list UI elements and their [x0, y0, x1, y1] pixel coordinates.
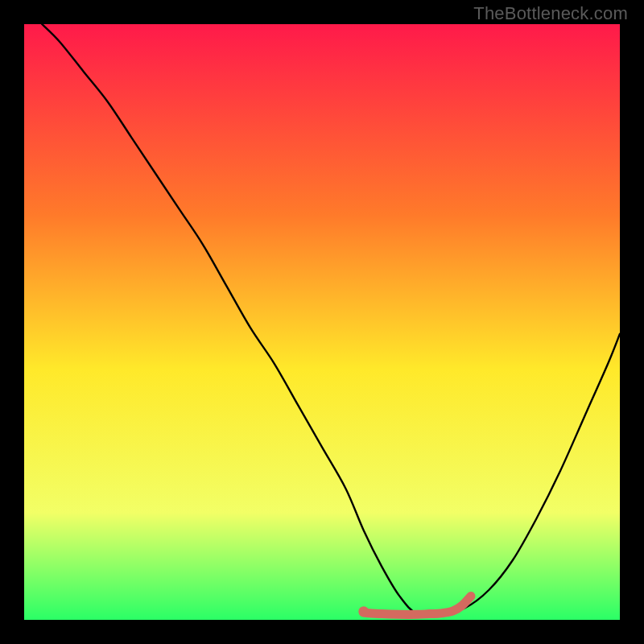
watermark-text: TheBottleneck.com [473, 3, 628, 24]
optimal-point-marker [358, 606, 369, 617]
chart-plot-area [24, 24, 620, 620]
chart-svg [24, 24, 620, 620]
